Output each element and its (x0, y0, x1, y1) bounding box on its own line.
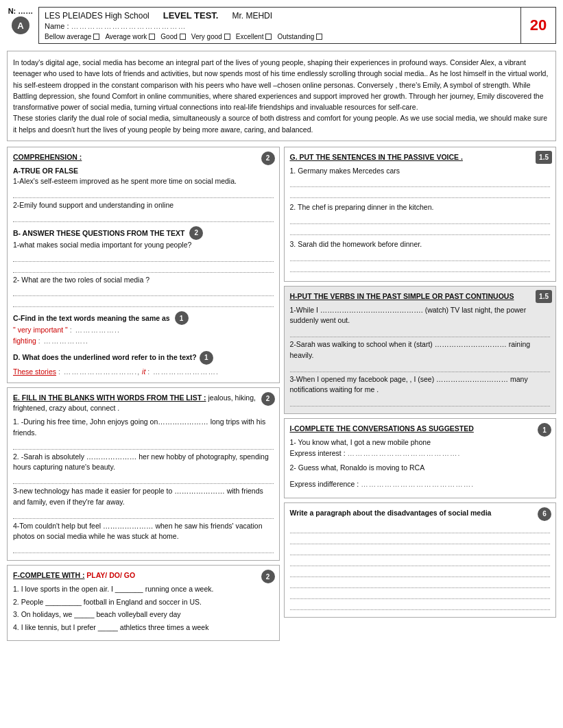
conv-1: 1- You know what, I got a new mobile pho… (290, 437, 551, 459)
passive-q3: 3. Sarah did the homework before dinner. (290, 239, 551, 272)
conversations-section: 1 I-COMPLETE THE CONVERSATIONS AS SUGGES… (284, 418, 557, 498)
section-a-title: A-TRUE OR FALSE (13, 166, 274, 177)
section-b-badge: 2 (189, 226, 203, 240)
grade-average: Average work (105, 33, 147, 40)
section-c-badge: 1 (175, 311, 189, 325)
paragraph-badge: 6 (538, 507, 551, 521)
b-q1: 1-what makes social media important for … (13, 240, 274, 251)
passive-score: 1.5 (536, 151, 552, 164)
total-score: 20 (521, 8, 555, 43)
c-hint1: " very important " : …………….. (13, 325, 274, 336)
paragraph-section: 6 Write a paragraph about the disadvanta… (284, 502, 557, 618)
play-do-go-badge: 2 (261, 570, 275, 583)
conversations-title: I-COMPLETE THE CONVERSATIONS AS SUGGESTE… (290, 424, 551, 435)
comprehension-badge: 2 (261, 151, 275, 165)
comprehension-title: COMPREHENSION : (13, 152, 274, 163)
fill-q3: 3-new technology has made it easier for … (13, 486, 274, 508)
play-do-go-options: PLAY/ DO/ GO (86, 571, 135, 579)
fill-blanks-section: 2 E. FILL IN THE BLANKS WITH WORDS FROM … (7, 387, 280, 561)
section-c-title: C-Find in the text words meaning the sam… (13, 314, 170, 322)
passive-q1: 1. Germany makes Mercedes cars (290, 166, 551, 199)
conv-2: 2- Guess what, Ronaldo is moving to RCA … (290, 463, 551, 490)
past-q1: 1-While I ……………………………………. (watch) TV las… (290, 305, 551, 327)
comprehension-section: 2 COMPREHENSION : A-TRUE OR FALSE 1-Alex… (7, 147, 280, 383)
level-label: LEVEL TEST. (163, 10, 219, 21)
past-tense-title: H-PUT THE VERBS IN THE PAST SIMPLE OR PA… (290, 291, 551, 302)
b-q2: 2- What are the two roles of social medi… (13, 275, 274, 286)
fill-q1: 1. -During his free time, John enjoys go… (13, 417, 274, 439)
grade-good: Good (160, 33, 177, 40)
fill-blanks-title: E. FILL IN THE BLANKS WITH WORDS FROM TH… (13, 393, 206, 402)
n-label: N: …… (8, 7, 34, 15)
grade-row: Bellow average Average work Good Very go… (45, 33, 515, 40)
teacher-name: Mr. MEHDI (232, 11, 272, 21)
reading-passage: In today's digital age, social media has… (7, 51, 556, 141)
past-q2: 2-Sarah was walking to school when it (s… (290, 339, 551, 361)
passive-voice-section: 1.5 G. PUT THE SENTENCES IN THE PASSIVE … (284, 147, 557, 282)
past-q3: 3-When I opened my facebook page, , I (s… (290, 374, 551, 396)
section-d-title: D. What does the underlined word refer t… (13, 352, 197, 363)
play-do-go-section: 2 F-COMPLETE WITH : PLAY/ DO/ GO 1. I lo… (7, 565, 280, 641)
grade-outstanding: Outstanding (277, 33, 314, 40)
past-tense-section: 1.5 H-PUT THE VERBS IN THE PAST SIMPLE O… (284, 286, 557, 414)
these-stories-line: These stories : ………………………., it : …………………… (13, 367, 274, 378)
paragraph-title: Write a paragraph about the disadvantage… (290, 508, 551, 519)
school-name: LES PLEIADES High School (45, 11, 149, 21)
passive-title: G. PUT THE SENTENCES IN THE PASSIVE VOIC… (290, 152, 551, 163)
fill-q2: 2. -Sarah is absolutely ………………… her new … (13, 452, 274, 474)
pdg-q3: 3. On holidays, we _____ beach volleybal… (13, 609, 274, 620)
level-circle: A (12, 16, 29, 34)
fill-q4: 4-Tom couldn't help but feel ………………… whe… (13, 521, 274, 543)
conversations-badge: 1 (538, 423, 551, 437)
comp-q2: 2-Emily found support and understanding … (13, 200, 274, 211)
comp-q1: 1-Alex's self-esteem improved as he spen… (13, 176, 274, 187)
fill-blanks-badge: 2 (261, 392, 275, 406)
pdg-q2: 2. People _________ football in England … (13, 597, 274, 608)
section-d-badge: 1 (200, 351, 213, 365)
past-tense-score: 1.5 (536, 290, 552, 303)
passive-q2: 2. The chef is preparing dinner in the k… (290, 202, 551, 235)
pdg-q1: 1. I love sports in the open air. I ____… (13, 584, 274, 595)
grade-bellow: Bellow average (45, 33, 91, 40)
name-row: Name : …………………………………… (45, 22, 515, 30)
c-hint2: fighting : …………….. (13, 336, 274, 347)
grade-excellent: Excellent (236, 33, 264, 40)
section-b-title: B- ANSWER THESE QUESTIONS FROM THE TEXT (13, 228, 184, 236)
pdg-q4: 4. I like tennis, but I prefer _____ ath… (13, 622, 274, 633)
play-do-go-title: F-COMPLETE WITH : (13, 571, 84, 579)
grade-verygood: Very good (191, 33, 222, 40)
